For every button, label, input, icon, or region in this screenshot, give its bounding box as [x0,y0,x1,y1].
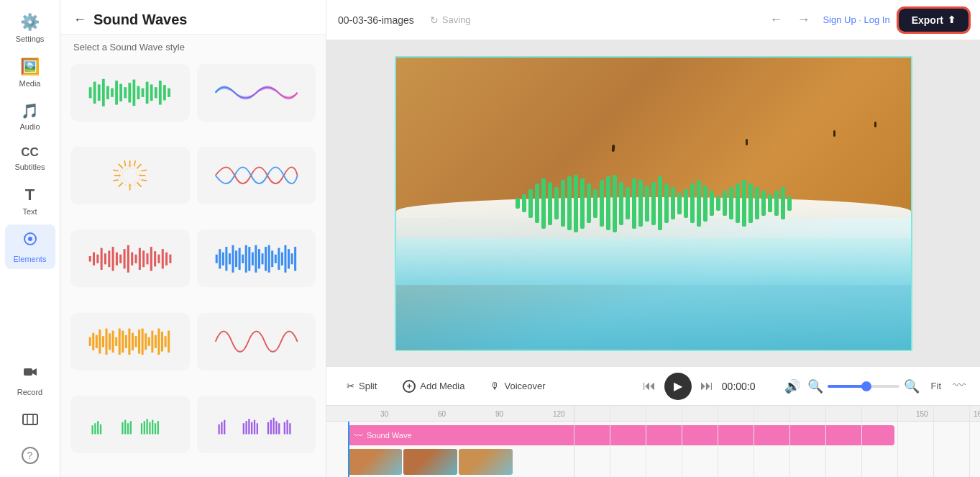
svg-rect-43 [93,252,95,265]
timeline-playhead[interactable] [348,422,349,477]
wave-style-bars-green[interactable] [70,64,190,122]
elements-icon [22,230,39,252]
sidebar-item-media[interactable]: 🖼️ Media [5,52,55,94]
toolbar-right: 🔊 🔍 🔍 Fit 〰 [784,378,966,394]
svg-rect-49 [116,252,118,265]
svg-rect-83 [278,247,280,269]
text-icon: T [25,186,35,204]
split-button[interactable]: ✂ Split [341,377,383,395]
svg-rect-48 [112,247,114,271]
panel-subtitle: Select a Sound Wave style [60,35,326,58]
svg-rect-55 [139,247,141,269]
svg-rect-104 [138,330,140,353]
sidebar-item-settings-label: Settings [16,35,45,43]
svg-rect-88 [294,247,296,271]
wave-style-bars-orange[interactable] [70,313,190,371]
back-button[interactable]: ← [73,12,86,27]
canvas-image [396,58,911,350]
svg-rect-92 [99,330,101,353]
sidebar-item-record[interactable]: Record [5,358,55,402]
svg-line-41 [142,180,146,181]
svg-rect-96 [112,330,114,352]
svg-rect-9 [98,85,101,101]
volume-icon[interactable]: 🔊 [784,378,800,394]
sidebar-item-elements-label: Elements [14,255,47,263]
subtitles-icon: CC [21,145,39,160]
svg-rect-90 [92,332,94,350]
canvas-frame[interactable] [395,56,912,351]
add-media-button[interactable]: + Add Media [397,376,470,396]
sidebar-item-elements[interactable]: Elements [5,224,55,269]
svg-line-32 [119,165,122,168]
voiceover-button[interactable]: 🎙 Voiceover [485,377,551,395]
track-thumbnail-1[interactable] [348,449,402,475]
track-thumbnail-3[interactable] [459,449,513,475]
zoom-out-button[interactable]: 🔍 [807,378,823,394]
sidebar-bottom: Record ? [0,358,60,470]
svg-rect-56 [142,250,145,267]
ruler-mark-60: 60 [438,410,446,418]
wave-style-grid [60,58,326,477]
wave-style-smooth-multicolor[interactable] [197,64,316,122]
sidebar-item-subtitles[interactable]: CC Subtitles [5,140,55,177]
svg-rect-22 [155,87,157,98]
svg-rect-143 [283,422,285,435]
sound-wave-canvas-overlay [516,175,792,232]
split-icon: ✂ [347,381,354,391]
canvas-area [326,40,980,366]
ruler-mark-120: 120 [553,410,565,418]
wave-style-bars-red[interactable] [70,230,190,287]
sidebar-item-help[interactable]: ? [5,441,55,470]
track-wave-icon: 〰 [354,430,363,441]
svg-rect-111 [161,332,163,351]
sidebar-item-text[interactable]: T Text [5,180,55,222]
panel-title: Sound Waves [93,12,187,28]
svg-rect-67 [225,247,227,271]
wave-style-circle-orange[interactable] [70,147,190,204]
sidebar: ⚙️ Settings 🖼️ Media 🎵 Audio CC Subtitle… [0,0,60,477]
svg-rect-64 [215,254,217,263]
wave-style-sine-red-loops[interactable] [197,313,316,371]
skip-forward-button[interactable]: ⏭ [700,378,713,394]
login-link[interactable]: Log In [864,14,890,25]
svg-rect-15 [124,87,127,98]
svg-rect-52 [127,245,129,272]
add-media-icon: + [403,380,416,393]
play-button[interactable]: ▶ [664,373,692,400]
settings-icon: ⚙️ [20,13,40,32]
svg-rect-78 [261,253,263,264]
zoom-in-button[interactable]: 🔍 [904,378,920,394]
sidebar-item-video[interactable] [5,405,55,438]
sidebar-item-text-label: Text [22,207,37,216]
svg-line-35 [119,183,122,186]
svg-rect-121 [130,421,132,434]
track-thumbnail-2[interactable] [403,449,457,475]
svg-rect-51 [124,249,126,268]
svg-rect-109 [155,335,157,347]
svg-rect-144 [286,420,288,435]
svg-rect-133 [245,421,247,434]
svg-rect-108 [151,330,153,352]
wave-style-sine-red-blue[interactable] [197,147,316,204]
topbar: 00-03-36-images ↻ Saving ← → Sign Up · L… [326,0,980,40]
undo-button[interactable]: ← [765,9,787,30]
sidebar-item-settings[interactable]: ⚙️ Settings [5,7,55,49]
wave-style-bars-blue[interactable] [197,230,316,287]
signup-link[interactable]: Sign Up [823,14,856,25]
svg-rect-61 [162,249,164,268]
svg-line-39 [114,180,118,181]
svg-rect-91 [96,335,98,347]
zoom-slider[interactable] [828,385,899,388]
svg-rect-47 [108,250,110,267]
redo-button[interactable]: → [792,9,814,30]
wave-style-small-bars-green[interactable] [70,396,190,453]
wave-style-small-bars-purple[interactable] [197,396,316,453]
fit-button[interactable]: Fit [927,378,945,394]
sidebar-item-audio[interactable]: 🎵 Audio [5,96,55,137]
svg-line-37 [134,161,135,165]
svg-rect-11 [106,86,109,99]
skip-back-button[interactable]: ⏮ [643,378,656,394]
export-button[interactable]: Export ⬆ [899,9,968,32]
svg-rect-105 [142,328,144,354]
topbar-nav: ← → [765,9,814,30]
